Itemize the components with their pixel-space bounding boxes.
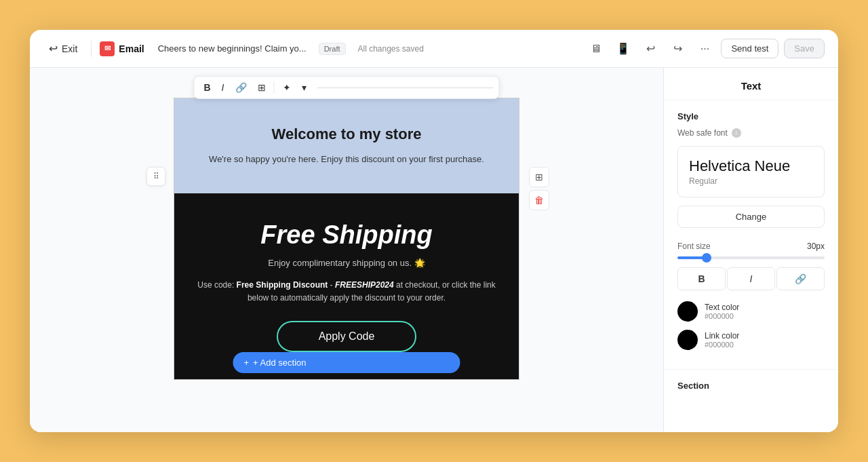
app-badge: ✉ Email [100,41,144,56]
font-name: Helvetica Neue [689,157,813,175]
web-safe-font-label: Web safe font [677,128,728,138]
link-color-info: Link color #000000 [705,331,739,349]
link-toolbar-btn[interactable]: 🔗 [231,79,251,96]
email-icon: ✉ [100,41,115,56]
right-panel: Text Style Web safe font i Helvetica Neu… [663,68,838,432]
link-color-swatch[interactable] [677,330,698,350]
shipping-subtext: Enjoy complimentary shipping on us. 🌟 [195,258,498,268]
topbar-right: 🖥 📱 ↩ ↪ ··· Send test Save [585,38,825,60]
bold-format-icon: B [698,273,705,284]
font-size-slider[interactable] [677,256,825,259]
link-color-hex: #000000 [705,341,739,349]
italic-format-icon: I [750,273,753,284]
canvas-action-buttons: ⊞ 🗑 [529,167,549,210]
format-buttons: B I 🔗 [677,267,825,290]
font-style: Regular [689,176,813,186]
use-code-text: Use code: Free Shipping Discount - FREES… [195,279,498,305]
toolbar-divider [274,81,275,94]
bold-toolbar-btn[interactable]: B [199,79,214,96]
font-size-row: Font size 30px [677,242,825,251]
chevron-toolbar-btn[interactable]: ▾ [298,79,311,96]
free-shipping-title: Free Shipping [195,220,498,250]
italic-toolbar-btn[interactable]: I [218,79,229,96]
exit-button[interactable]: ↩ Exit [43,38,83,59]
apply-code-button[interactable]: Apply Code [277,321,417,352]
email-top-section: Welcome to my store We're so happy you'r… [174,98,519,193]
link-color-label: Link color [705,331,739,341]
add-section-button[interactable]: + + Add section [233,352,460,373]
text-color-row: Text color #000000 [677,301,825,322]
save-button: Save [784,39,825,58]
change-font-button[interactable]: Change [677,206,825,228]
info-icon[interactable]: i [732,128,741,138]
bold-icon: B [203,82,210,93]
undo-btn[interactable]: ↩ [639,38,661,60]
app-name: Email [119,43,144,54]
font-size-section: Font size 30px B I 🔗 [664,239,838,369]
panel-footer: Section [664,369,838,401]
slider-thumb[interactable] [702,253,711,263]
email-welcome-subtitle: We're so happy you're here. Enjoy this d… [195,153,498,166]
format-bold-btn[interactable]: B [677,267,726,290]
link-icon: 🔗 [235,82,247,93]
desktop-icon-btn[interactable]: 🖥 [585,38,607,60]
web-safe-row: Web safe font i [677,128,825,138]
image-icon: ⊞ [258,82,266,93]
link-color-row: Link color #000000 [677,330,825,350]
font-preview-box: Helvetica Neue Regular [677,146,825,197]
style-label: Style [677,111,825,121]
sparkle-toolbar-btn[interactable]: ✦ [279,79,295,96]
text-color-info: Text color #000000 [705,303,739,320]
mobile-icon-btn[interactable]: 📱 [612,38,634,60]
exit-label: Exit [62,43,77,54]
link-format-icon: 🔗 [795,273,806,284]
canvas-wrapper: B I 🔗 ⊞ ✦ ▾ [174,79,519,380]
style-section: Style Web safe font i Helvetica Neue Reg… [664,100,838,239]
canvas-area[interactable]: B I 🔗 ⊞ ✦ ▾ [30,68,663,432]
format-link-btn[interactable]: 🔗 [776,267,825,290]
section-delete-btn[interactable]: 🗑 [529,190,549,210]
subject-text: Cheers to new beginnings! Claim yo... [158,43,307,54]
float-toolbar: B I 🔗 ⊞ ✦ ▾ [193,76,499,99]
font-size-value: 30px [807,242,825,251]
redo-btn[interactable]: ↪ [667,38,688,60]
text-color-hex: #000000 [705,312,739,320]
plus-icon: + [244,358,250,368]
email-content: Welcome to my store We're so happy you'r… [174,98,519,380]
draft-badge: Draft [319,43,346,55]
more-options-btn[interactable]: ··· [694,38,715,60]
font-size-label: Font size [677,242,711,251]
chevron-down-icon: ▾ [302,82,307,93]
drag-dots-icon: ⠿ [153,172,159,181]
email-bottom-section: Free Shipping Enjoy complimentary shippi… [174,193,519,379]
image-toolbar-btn[interactable]: ⊞ [254,79,270,96]
drag-handle[interactable]: ⠿ [146,167,165,186]
email-welcome-title: Welcome to my store [195,126,498,143]
add-section-label: + Add section [253,358,306,368]
exit-icon: ↩ [49,42,58,55]
sparkle-icon: ✦ [283,82,291,93]
text-color-label: Text color [705,303,739,312]
format-italic-btn[interactable]: I [727,267,775,290]
main-content: B I 🔗 ⊞ ✦ ▾ [30,68,838,432]
toolbar-line [317,88,494,88]
saved-text: All changes saved [358,44,424,54]
text-color-swatch[interactable] [677,301,698,322]
section-settings-btn[interactable]: ⊞ [529,167,549,187]
panel-title: Text [664,68,838,100]
section-label: Section [677,381,709,391]
topbar-divider [91,41,92,57]
send-test-button[interactable]: Send test [721,39,778,58]
italic-icon: I [222,82,224,93]
topbar: ↩ Exit ✉ Email Cheers to new beginnings!… [30,30,838,68]
